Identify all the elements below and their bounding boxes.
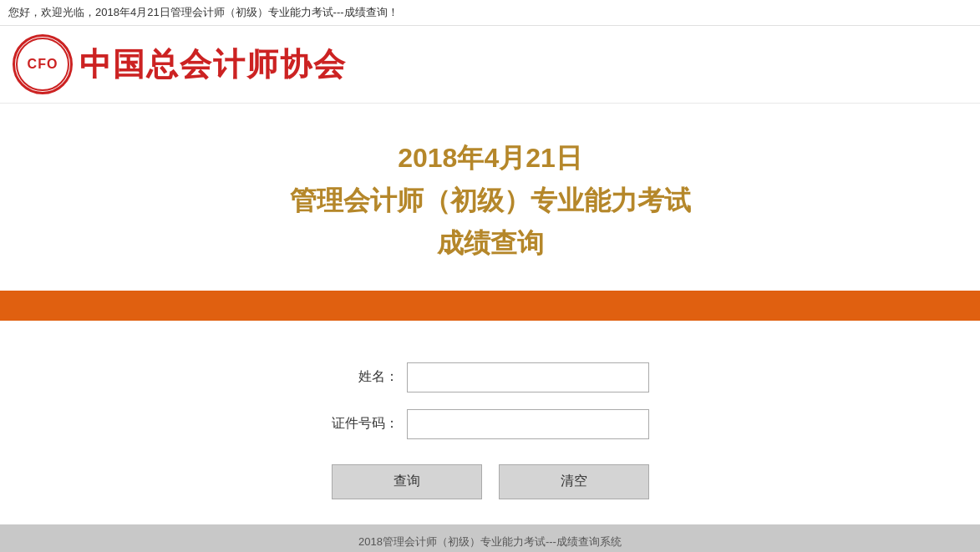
name-label: 姓名： <box>332 368 399 386</box>
cfo-label: CFO <box>28 57 58 72</box>
footer: 2018管理会计师（初级）专业能力考试---成绩查询系统 <box>0 524 980 552</box>
footer-text: 2018管理会计师（初级）专业能力考试---成绩查询系统 <box>358 535 622 548</box>
notice-bar: 您好，欢迎光临，2018年4月21日管理会计师（初级）专业能力考试---成绩查询… <box>0 0 980 26</box>
title-line1: 2018年4月21日 <box>17 137 963 180</box>
logo-icon: CFO <box>13 34 73 94</box>
title-line3: 成绩查询 <box>17 222 963 265</box>
orange-divider <box>0 291 980 321</box>
header: CFO 中国总会计师协会 <box>0 26 980 104</box>
title-section: 2018年4月21日 管理会计师（初级）专业能力考试 成绩查询 <box>0 104 980 291</box>
notice-text: 您好，欢迎光临，2018年4月21日管理会计师（初级）专业能力考试---成绩查询… <box>8 6 399 18</box>
id-label: 证件号码： <box>332 415 399 433</box>
main-title: 2018年4月21日 管理会计师（初级）专业能力考试 成绩查询 <box>17 137 963 266</box>
id-row: 证件号码： <box>332 409 649 439</box>
id-input[interactable] <box>407 409 649 439</box>
form-section: 姓名： 证件号码： 查询 清空 <box>0 321 980 524</box>
button-row: 查询 清空 <box>332 464 649 499</box>
logo-container: CFO 中国总会计师协会 <box>13 34 347 94</box>
name-input[interactable] <box>407 362 649 392</box>
title-line2: 管理会计师（初级）专业能力考试 <box>17 180 963 222</box>
name-row: 姓名： <box>332 362 649 392</box>
query-button[interactable]: 查询 <box>332 464 482 499</box>
organization-name: 中国总会计师协会 <box>79 43 347 86</box>
clear-button[interactable]: 清空 <box>499 464 649 499</box>
